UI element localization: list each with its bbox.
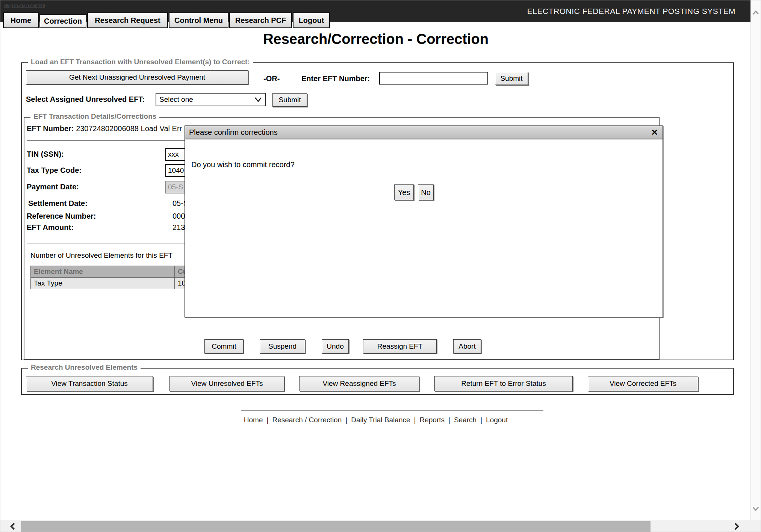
return-eft-to-error-status-button[interactable]: Return EFT to Error Status <box>434 376 573 391</box>
scroll-up-icon[interactable] <box>752 9 760 17</box>
eft-number-line-label: EFT Number: <box>27 124 74 133</box>
eft-number-line: EFT Number: 230724802006088 Load Val Err <box>27 124 182 133</box>
tab-research-request-label: Research Request <box>95 16 160 25</box>
abort-button[interactable]: Abort <box>453 339 481 354</box>
view-corrected-efts-button[interactable]: View Corrected EFTs <box>588 376 698 391</box>
footer-link-daily-trial-balance[interactable]: Daily Trial Balance <box>351 416 410 424</box>
tax-type-code-label: Tax Type Code: <box>27 166 82 175</box>
scroll-left-icon[interactable] <box>9 522 18 531</box>
footer-separator: | <box>263 416 272 424</box>
app-window: Skip to main content ELECTRONIC FEDERAL … <box>0 0 761 532</box>
eft-amount-label: EFT Amount: <box>27 223 74 232</box>
eft-details-legend: EFT Transaction Details/Corrections <box>30 112 159 121</box>
horizontal-scrollbar[interactable] <box>0 520 761 532</box>
unresolved-count-text: Number of Unresolved Elements for this E… <box>30 251 172 260</box>
scroll-down-icon[interactable] <box>752 505 760 513</box>
view-reassigned-efts-button[interactable]: View Reassigned EFTs <box>299 376 419 391</box>
tab-control-menu-label: Control Menu <box>174 16 223 25</box>
view-transaction-status-button[interactable]: View Transaction Status <box>26 376 153 391</box>
eft-number-input[interactable] <box>379 72 488 85</box>
eft-number-line-value: 230724802006088 Load Val Err <box>76 124 182 133</box>
footer-link-logout[interactable]: Logout <box>486 416 508 424</box>
reassign-eft-button[interactable]: Reassign EFT <box>363 339 437 354</box>
load-eft-legend: Load an EFT Transaction with Unresolved … <box>28 58 253 66</box>
close-icon[interactable]: ✕ <box>651 127 658 138</box>
footer-divider <box>241 410 543 411</box>
table-header-element-name: Element Name <box>31 266 175 278</box>
undo-button[interactable]: Undo <box>322 339 349 354</box>
footer-nav: Home|Research / Correction|Daily Trial B… <box>0 416 751 424</box>
dialog-titlebar[interactable]: Please confirm corrections ✕ <box>185 125 663 139</box>
scroll-right-icon[interactable] <box>732 522 741 531</box>
dialog-message: Do you wish to commit record? <box>191 160 295 169</box>
system-title: ELECTRONIC FEDERAL PAYMENT POSTING SYSTE… <box>527 0 735 22</box>
research-unresolved-legend: Research Unresolved Elements <box>28 363 141 372</box>
tab-research-pcf[interactable]: Research PCF <box>229 12 292 28</box>
page-title: Research/Correction - Correction <box>0 31 751 47</box>
table-cell-element-name: Tax Type <box>31 278 175 289</box>
footer-link-home[interactable]: Home <box>244 416 263 424</box>
get-next-unresolved-payment-button[interactable]: Get Next Unassigned Unresolved Payment <box>26 70 248 85</box>
suspend-button[interactable]: Suspend <box>260 339 305 354</box>
tab-home-label: Home <box>11 16 32 25</box>
footer-separator: | <box>410 416 420 424</box>
eft-number-submit-button[interactable]: Submit <box>495 72 528 85</box>
horizontal-scroll-thumb[interactable] <box>21 521 651 532</box>
confirm-corrections-dialog: Please confirm corrections ✕ Do you wish… <box>185 125 663 317</box>
vertical-scrollbar[interactable] <box>750 0 761 520</box>
tab-home[interactable]: Home <box>3 12 39 28</box>
enter-eft-number-label: Enter EFT Number: <box>301 74 370 83</box>
tab-logout[interactable]: Logout <box>293 12 330 28</box>
tab-control-menu[interactable]: Control Menu <box>169 12 228 28</box>
skip-to-content-link[interactable]: Skip to main content <box>4 3 45 8</box>
tin-label: TIN (SSN): <box>27 150 64 159</box>
settlement-date-label: Settlement Date: <box>28 199 88 208</box>
dialog-title: Please confirm corrections <box>189 128 278 137</box>
footer-separator: | <box>477 416 486 424</box>
footer-link-research-correction[interactable]: Research / Correction <box>272 416 342 424</box>
footer-separator: | <box>445 416 454 424</box>
view-unresolved-efts-button[interactable]: View Unresolved EFTs <box>169 376 284 391</box>
tab-research-request[interactable]: Research Request <box>87 12 168 28</box>
footer-link-reports[interactable]: Reports <box>419 416 445 424</box>
or-text: -OR- <box>263 74 280 83</box>
footer-separator: | <box>342 416 351 424</box>
tab-research-pcf-label: Research PCF <box>235 16 286 25</box>
commit-button[interactable]: Commit <box>204 339 244 354</box>
chevron-down-icon <box>254 96 262 103</box>
dialog-body: Do you wish to commit record? Yes No <box>185 139 663 317</box>
select-assigned-eft-label: Select Assigned Unresolved EFT: <box>26 95 145 104</box>
tab-logout-label: Logout <box>299 16 324 25</box>
tab-correction[interactable]: Correction <box>39 14 86 28</box>
assigned-eft-select[interactable]: Select one <box>156 93 266 106</box>
tab-correction-label: Correction <box>44 17 82 26</box>
assigned-eft-select-value: Select one <box>159 95 193 104</box>
footer-link-search[interactable]: Search <box>454 416 477 424</box>
reference-number-label: Reference Number: <box>27 212 96 221</box>
payment-date-label: Payment Date: <box>27 183 79 191</box>
no-button[interactable]: No <box>418 184 434 200</box>
assigned-eft-submit-button[interactable]: Submit <box>272 93 307 107</box>
yes-button[interactable]: Yes <box>394 184 414 200</box>
